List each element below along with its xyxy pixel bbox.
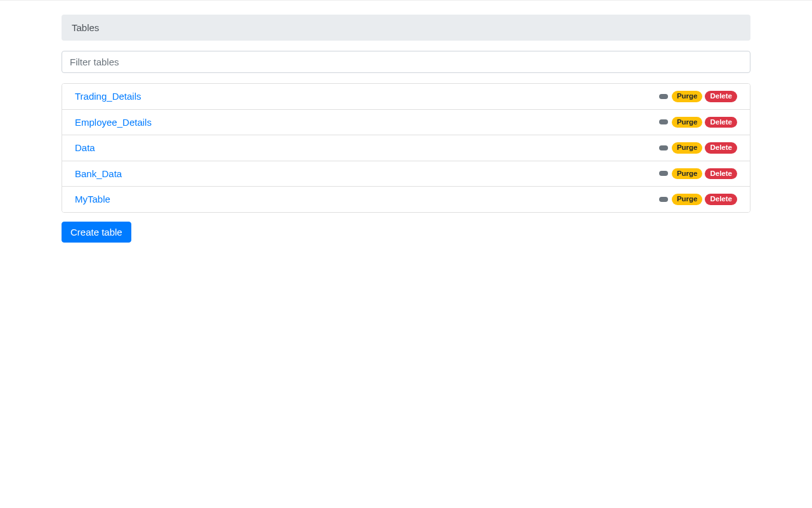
table-row: Data Purge Delete: [62, 135, 750, 161]
count-badge: [659, 145, 668, 150]
table-name-link[interactable]: Bank_Data: [75, 168, 122, 179]
delete-button[interactable]: Delete: [705, 117, 737, 128]
tables-list: Trading_Details Purge Delete Employee_De…: [62, 83, 750, 213]
main-container: Tables Trading_Details Purge Delete Empl…: [54, 1, 758, 243]
purge-button[interactable]: Purge: [672, 91, 703, 102]
table-row: Bank_Data Purge Delete: [62, 161, 750, 187]
row-actions: Purge Delete: [659, 142, 737, 154]
row-actions: Purge Delete: [659, 194, 737, 205]
delete-button[interactable]: Delete: [705, 91, 737, 102]
table-name-link[interactable]: Trading_Details: [75, 91, 141, 102]
count-badge: [659, 94, 668, 99]
row-actions: Purge Delete: [659, 91, 737, 102]
delete-button[interactable]: Delete: [705, 168, 737, 180]
count-badge: [659, 197, 668, 202]
table-name-link[interactable]: Data: [75, 142, 95, 153]
table-row: MyTable Purge Delete: [62, 187, 750, 212]
purge-button[interactable]: Purge: [672, 117, 703, 128]
create-table-button[interactable]: Create table: [62, 222, 131, 243]
row-actions: Purge Delete: [659, 168, 737, 180]
table-name-link[interactable]: MyTable: [75, 194, 110, 204]
count-badge: [659, 171, 668, 176]
row-actions: Purge Delete: [659, 117, 737, 128]
purge-button[interactable]: Purge: [672, 168, 703, 180]
delete-button[interactable]: Delete: [705, 194, 737, 205]
filter-input[interactable]: [62, 51, 750, 73]
purge-button[interactable]: Purge: [672, 142, 703, 154]
table-row: Trading_Details Purge Delete: [62, 84, 750, 110]
table-row: Employee_Details Purge Delete: [62, 110, 750, 136]
count-badge: [659, 119, 668, 124]
section-title: Tables: [72, 22, 99, 33]
delete-button[interactable]: Delete: [705, 142, 737, 154]
table-name-link[interactable]: Employee_Details: [75, 117, 152, 128]
purge-button[interactable]: Purge: [672, 194, 703, 205]
section-header: Tables: [62, 15, 750, 41]
